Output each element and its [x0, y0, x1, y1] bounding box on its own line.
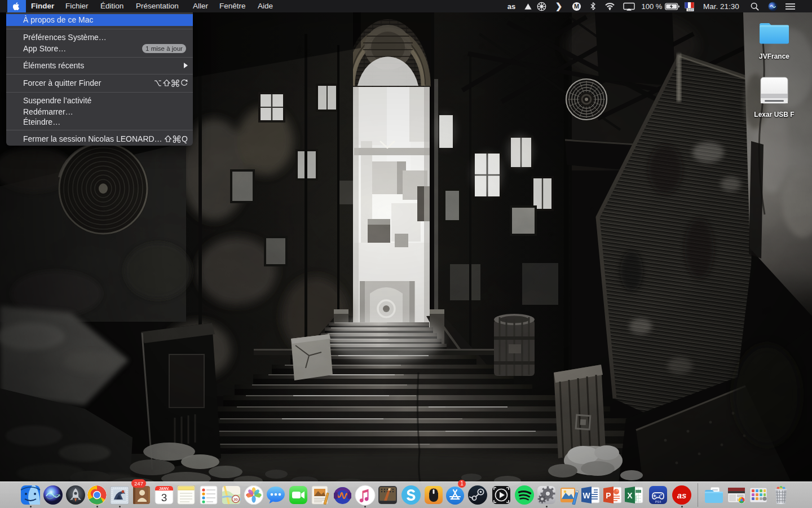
svg-text:3D: 3D: [233, 498, 238, 501]
svg-text:PS4: PS4: [655, 500, 661, 503]
svg-text:M: M: [573, 3, 579, 10]
svg-text:P: P: [606, 491, 611, 500]
svg-text:as: as: [677, 491, 687, 500]
svg-text:3: 3: [161, 492, 167, 503]
svg-text:123: 123: [687, 8, 692, 11]
svg-text:JANV.: JANV.: [159, 487, 170, 491]
svg-text:X: X: [627, 491, 633, 500]
svg-text:W: W: [582, 491, 590, 500]
